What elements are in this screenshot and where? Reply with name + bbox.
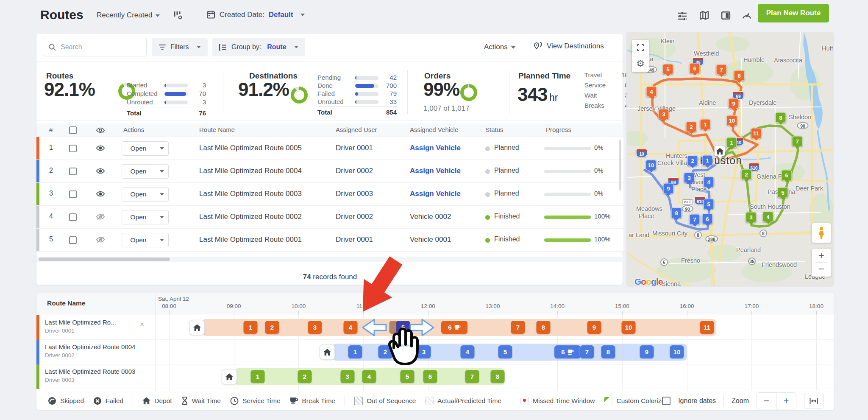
open-route-button[interactable]: Open [122,164,169,179]
eye-hidden-icon[interactable] [96,236,105,244]
map-zoom-out-button[interactable]: − [818,263,824,276]
horizontal-scrollbar[interactable] [36,257,623,262]
actions-dropdown[interactable]: Actions [484,43,515,51]
timeline-stop-2[interactable]: 2 [378,345,392,358]
scrollbar-thumb[interactable] [39,258,170,261]
open-route-button[interactable]: Open [122,233,169,247]
ignore-dates-checkbox[interactable] [662,397,670,405]
assign-vehicle-link[interactable]: Assign Vehicle [410,190,461,198]
fullscreen-icon[interactable] [637,44,644,51]
timeline-stop-7[interactable]: 7 [465,370,479,383]
eye-hide-all-icon[interactable] [96,126,105,134]
timeline-stop-5[interactable]: 5 [498,345,512,358]
timeline-zoom-out-button[interactable]: − [757,393,776,409]
sort-dropdown[interactable]: Recently Created [97,11,160,20]
map-marker-orange-11[interactable]: 11 [751,128,762,139]
row-checkbox[interactable] [69,145,77,152]
legend-item-hatch1[interactable]: Out of Sequence [354,397,416,405]
map-marker-orange-2[interactable]: 2 [686,122,697,132]
map-depot-marker[interactable] [715,146,725,157]
open-button-chevron[interactable] [155,210,168,224]
open-button-chevron[interactable] [155,165,168,178]
map-marker-orange-8[interactable]: 8 [734,70,745,81]
map-marker-orange-5[interactable]: 5 [663,64,673,75]
assign-vehicle-link[interactable]: Assign Vehicle [410,144,461,152]
map-marker-green-4[interactable]: 4 [763,212,773,222]
pegman-control[interactable] [812,223,831,243]
timeline-stop-7[interactable]: 7 [580,345,594,358]
eye-visible-icon[interactable] [96,144,105,152]
timeline-stop-7[interactable]: 7 [511,321,525,334]
timeline-stop-3[interactable]: 3 [417,345,431,358]
open-button-chevron[interactable] [155,188,168,201]
map-marker-green-5[interactable]: 5 [778,188,788,198]
timeline-stop-4[interactable]: 4 [362,370,376,383]
plan-new-route-button[interactable]: Plan New Route [758,4,829,22]
map-marker-blue-10[interactable]: 10 [646,160,657,171]
timeline-stop-6[interactable]: 6 [554,345,581,358]
map-marker-blue-2[interactable]: 2 [687,156,698,166]
legend-item-service[interactable]: Service Time [230,397,281,405]
timeline-stop-4[interactable]: 4 [461,345,475,358]
map-marker-orange-9[interactable]: 9 [729,98,739,109]
timeline-stop-1[interactable]: 1 [251,370,265,383]
open-route-button[interactable]: Open [122,187,169,202]
legend-item-wait[interactable]: Wait Time [181,397,221,405]
map-marker-blue-4[interactable]: 4 [704,177,714,188]
timeline-stop-3[interactable]: 3 [308,321,322,334]
timeline-stop-1[interactable]: 1 [348,345,362,358]
open-route-button[interactable]: Open [122,141,169,156]
table-settings-icon[interactable] [173,10,183,20]
legend-item-break[interactable]: Break Time [290,397,335,405]
timeline-stop-5[interactable]: 5 [396,321,410,334]
map-marker-orange-3[interactable]: 3 [659,109,669,120]
row-checkbox[interactable] [69,213,77,221]
timeline-stop-8[interactable]: 8 [491,370,505,383]
timeline-zoom-in-button[interactable]: + [776,393,796,409]
timeline-stop-8[interactable]: 8 [537,321,551,334]
timeline-stop-8[interactable]: 8 [601,345,615,358]
assign-vehicle-link[interactable]: Assign Vehicle [410,167,461,175]
map-marker-green-6[interactable]: 6 [782,170,792,181]
row-checkbox[interactable] [69,236,77,244]
map-marker-blue-6[interactable]: 6 [702,214,713,224]
timeline-stop-6[interactable]: 6 [441,321,467,334]
map-marker-orange-1[interactable]: 1 [700,119,711,130]
timeline-fit-width-button[interactable] [804,393,823,409]
map-marker-orange-7[interactable]: 7 [716,64,727,75]
panel-layout-icon[interactable] [721,10,731,21]
map-marker-orange-10[interactable]: 10 [727,115,737,126]
view-destinations-button[interactable]: View Destinations [533,42,604,51]
group-by-button[interactable]: Group by:Route [212,38,305,56]
map-marker-green-8[interactable]: 8 [776,112,786,123]
row-checkbox[interactable] [69,168,77,175]
map-marker-blue-8[interactable]: 8 [671,208,682,218]
map-panel[interactable]: 2494569901061061069610ALT9082888635Klein… [626,32,834,286]
map-marker-green-7[interactable]: 7 [792,136,803,147]
created-date-dropdown[interactable]: Created Date: Default [206,10,305,19]
map-marker-blue-7[interactable]: 7 [690,214,700,225]
timeline-stop-10[interactable]: 10 [622,321,636,334]
map-marker-green-2[interactable]: 2 [741,169,752,180]
vertical-scrollbar[interactable] [619,140,621,190]
timeline-settings-icon[interactable] [677,10,688,21]
map-marker-blue-3[interactable]: 3 [684,173,695,183]
timeline-stop-2[interactable]: 2 [265,321,279,334]
open-button-chevron[interactable] [155,233,168,247]
timeline-stop-10[interactable]: 10 [670,345,684,358]
timeline-stop-9[interactable]: 9 [640,345,654,358]
timeline-stop-1[interactable]: 1 [244,321,258,334]
eye-hidden-icon[interactable] [96,213,105,221]
map-settings-gear-icon[interactable]: ⚙ [636,59,645,68]
map-marker-green-3[interactable]: 3 [746,212,757,223]
map-view-icon[interactable] [699,10,709,21]
close-icon[interactable]: × [140,320,144,329]
timeline-stop-4[interactable]: 4 [344,321,358,334]
map-marker-orange-4[interactable]: 4 [646,87,657,97]
filters-button[interactable]: Filters [152,38,208,56]
legend-item-missed[interactable]: Missed Time Window [520,397,595,405]
timeline-stop-3[interactable]: 3 [341,370,355,383]
legend-item-hatch2[interactable]: Actual/Predicted Time [425,397,501,405]
timeline-stop-11[interactable]: 11 [700,321,714,334]
map-marker-orange-6[interactable]: 6 [690,63,700,74]
